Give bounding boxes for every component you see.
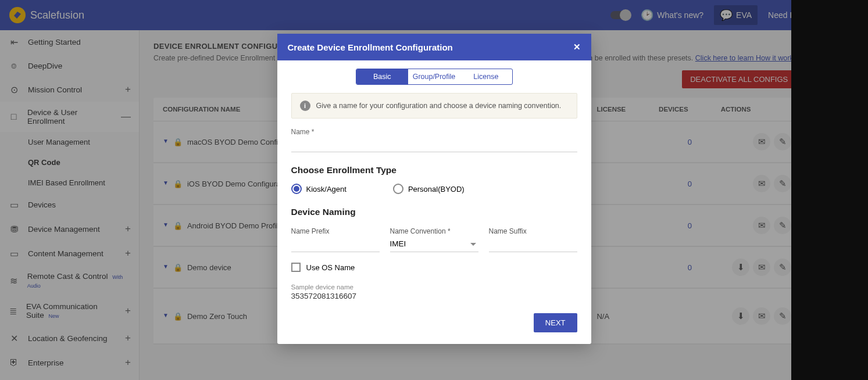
- tab-basic[interactable]: Basic: [356, 69, 408, 84]
- next-button[interactable]: NEXT: [534, 313, 577, 332]
- radio-kiosk[interactable]: Kiosk/Agent: [291, 184, 347, 194]
- radio-byod[interactable]: Personal(BYOD): [393, 184, 465, 194]
- info-bar: i Give a name for your configuration and…: [291, 93, 577, 119]
- modal-title: Create Device Enrollment Configuration: [288, 42, 453, 52]
- prefix-input[interactable]: [291, 236, 380, 252]
- convention-label: Name Convention *: [390, 227, 451, 235]
- checkbox-icon: [291, 263, 301, 272]
- enrollment-type-heading: Choose Enrollment Type: [291, 165, 577, 175]
- tab-license[interactable]: License: [460, 69, 512, 84]
- close-icon[interactable]: ✕: [573, 42, 581, 52]
- name-input[interactable]: [291, 136, 577, 152]
- prefix-label: Name Prefix: [291, 227, 330, 235]
- tab-group-profile[interactable]: Group/Profile: [408, 69, 460, 84]
- name-label: Name *: [291, 128, 577, 136]
- suffix-label: Name Suffix: [489, 227, 527, 235]
- use-os-name-checkbox[interactable]: Use OS Name: [291, 263, 577, 272]
- radio-icon: [291, 184, 302, 194]
- radio-icon: [393, 184, 403, 194]
- modal-overlay[interactable]: Create Device Enrollment Configuration ✕…: [0, 0, 868, 380]
- device-naming-heading: Device Naming: [291, 207, 577, 217]
- convention-select[interactable]: [390, 236, 478, 252]
- modal-tabs: Basic Group/Profile License: [356, 69, 513, 85]
- create-config-modal: Create Device Enrollment Configuration ✕…: [277, 34, 591, 344]
- info-icon: i: [300, 101, 310, 111]
- sample-name: Sample device name 353572081316607: [291, 284, 577, 300]
- suffix-input[interactable]: [489, 236, 577, 252]
